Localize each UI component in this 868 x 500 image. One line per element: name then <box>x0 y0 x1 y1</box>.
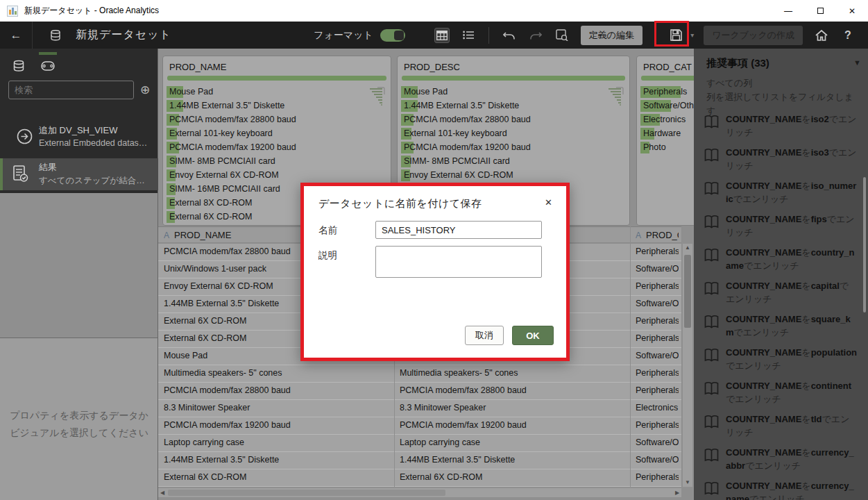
recommendation-item[interactable]: COUNTRY_NAMEをiso2でエンリッチ <box>694 112 860 146</box>
add-step-circle-arrow-icon <box>17 128 33 147</box>
scroll-right-arrow-icon[interactable]: ▶ <box>673 488 681 497</box>
quality-value-row[interactable]: Mouse Pad <box>398 85 629 99</box>
edit-definition-button[interactable]: 定義の編集 <box>581 26 643 45</box>
quality-value-row[interactable]: 1.44MB External 3.5" Diskette <box>163 99 391 113</box>
undo-icon[interactable] <box>502 28 517 43</box>
dataset-name-field[interactable] <box>375 221 542 239</box>
recommendation-item[interactable]: COUNTRY_NAMEをcapitalでエンリッチ <box>694 279 860 312</box>
recommendations-panel: 推奨事項 (33) ▼ すべての列 列を選択してリストをフィルタします COUN… <box>694 49 868 500</box>
recommendations-list: COUNTRY_NAMEをiso2でエンリッチCOUNTRY_NAMEをiso3… <box>694 112 860 500</box>
sidebar-item-add-dv-sh-view[interactable]: 追加 DV_SH_VIEW External Embedded datas… <box>0 122 158 153</box>
quality-value-row[interactable]: PCMCIA modem/fax 19200 baud <box>398 141 629 155</box>
recommendation-label: COUNTRY_NAMEをcapitalでエンリッチ <box>726 279 858 306</box>
dataset-description-field[interactable] <box>375 246 542 278</box>
cancel-button[interactable]: 取消 <box>465 326 504 345</box>
quality-value-row[interactable]: External 101-key keyboard <box>398 127 629 141</box>
quality-value-label: 1.44MB External 3.5" Diskette <box>169 101 284 110</box>
recommendation-item[interactable]: COUNTRY_NAMEをcurrency_abbrでエンリッチ <box>694 446 860 479</box>
minimize-button[interactable]: — <box>772 0 804 22</box>
quality-value-row[interactable]: Software/Other <box>637 99 694 113</box>
quality-value-row[interactable]: PCMCIA modem/fax 19200 baud <box>163 141 391 155</box>
table-cell-cat: Peripherals <box>636 316 679 326</box>
table-row[interactable]: PCMCIA modem/fax 28800 baudPCMCIA modem/… <box>158 383 681 400</box>
recommendation-item[interactable]: COUNTRY_NAMEをcurrency_nameでエンリッチ <box>694 479 860 500</box>
scroll-up-arrow-icon[interactable]: ▲ <box>683 244 692 252</box>
quality-value-row[interactable]: Envoy External 6X CD-ROM <box>163 169 391 183</box>
quality-value-label: Software/Other <box>643 101 694 110</box>
quality-value-row[interactable]: 1.44MB External 3.5" Diskette <box>398 99 629 113</box>
format-toggle[interactable] <box>380 29 405 42</box>
properties-panel: プロパティを表示するデータかビジュアルを選択してください <box>0 339 158 500</box>
recommendation-item[interactable]: COUNTRY_NAMEをpopulationでエンリッチ <box>694 346 860 379</box>
recommendation-item[interactable]: COUNTRY_NAMEをfipsでエンリッチ <box>694 212 860 246</box>
quality-value-row[interactable]: Hardware <box>637 127 694 141</box>
recommendation-label: COUNTRY_NAMEをiso2でエンリッチ <box>726 112 858 139</box>
quality-value-row[interactable]: Mouse Pad <box>163 85 391 99</box>
recommendation-item[interactable]: COUNTRY_NAMEをcontinentでエンリッチ <box>694 379 860 412</box>
quality-value-row[interactable]: Peripherals <box>637 85 694 99</box>
recommendations-collapse-caret-icon[interactable]: ▼ <box>853 58 861 67</box>
table-vertical-scrollbar[interactable]: ▲ ▼ <box>683 244 692 487</box>
quality-value-row[interactable]: Electronics <box>637 113 694 127</box>
quality-value-label: PCMCIA modem/fax 28800 baud <box>404 115 531 124</box>
recommendation-item[interactable]: COUNTRY_NAMEをcountry_nameでエンリッチ <box>694 246 860 279</box>
quality-value-label: Hardware <box>643 128 681 138</box>
add-step-icon[interactable]: ⊕ <box>140 83 150 97</box>
ok-button[interactable]: OK <box>512 326 554 345</box>
text-type-icon: A <box>636 231 641 240</box>
table-cell-cat: Software/Other <box>636 455 679 465</box>
redo-icon[interactable] <box>528 28 543 43</box>
search-input[interactable] <box>8 81 134 99</box>
scroll-left-arrow-icon[interactable]: ◀ <box>158 488 167 497</box>
table-row[interactable]: External 6X CD-ROMExternal 6X CD-ROMPeri… <box>158 469 681 487</box>
home-icon[interactable] <box>814 28 829 43</box>
grid-view-button[interactable] <box>434 28 450 43</box>
maximize-button[interactable] <box>804 0 836 22</box>
help-icon[interactable]: ? <box>840 28 856 43</box>
table-row[interactable]: 8.3 Minitower Speaker8.3 Minitower Speak… <box>158 400 681 417</box>
tab-diagram[interactable] <box>39 57 57 75</box>
recommendation-label: COUNTRY_NAMEをsquare_kmでエンリッチ <box>726 312 858 339</box>
sidebar-item-result[interactable]: 結果 すべてのステップが結合… <box>0 158 158 190</box>
table-row[interactable]: 1.44MB External 3.5" Diskette1.44MB Exte… <box>158 452 681 469</box>
quality-value-row[interactable]: PCMCIA modem/fax 28800 baud <box>163 113 391 127</box>
quality-value-row[interactable]: SIMM- 8MB PCMCIAII card <box>398 155 629 169</box>
list-view-button[interactable] <box>461 28 476 43</box>
dialog-close-icon[interactable]: ✕ <box>545 197 552 208</box>
table-cell-cat: Software/Other <box>636 299 679 308</box>
table-header-prod-cat[interactable]: APROD_CAT <box>636 230 679 240</box>
quality-value-row[interactable]: PCMCIA modem/fax 28800 baud <box>398 113 629 127</box>
recommendations-scrollbar[interactable] <box>863 177 866 312</box>
close-button[interactable]: ✕ <box>836 0 868 22</box>
quality-value-row[interactable]: Envoy External 6X CD-ROM <box>398 169 629 183</box>
vertical-scroll-thumb[interactable] <box>684 255 691 328</box>
recommendation-label: COUNTRY_NAMEをcontinentでエンリッチ <box>726 379 858 406</box>
knowledge-book-icon <box>704 148 720 165</box>
table-cell-desc: 8.3 Minitower Speaker <box>400 403 625 412</box>
recommendation-item[interactable]: COUNTRY_NAMEをiso3でエンリッチ <box>694 146 860 179</box>
quality-value-row[interactable]: Photo <box>637 141 694 155</box>
table-row[interactable]: Laptop carrying caseLaptop carrying case… <box>158 435 681 452</box>
table-row[interactable]: PCMCIA modem/fax 19200 baudPCMCIA modem/… <box>158 417 681 435</box>
recommendation-item[interactable]: COUNTRY_NAMEをsquare_kmでエンリッチ <box>694 312 860 346</box>
recommendation-item[interactable]: COUNTRY_NAMEをiso_numericでエンリッチ <box>694 179 860 212</box>
table-cell-cat: Peripherals <box>636 281 679 291</box>
table-row[interactable]: Multimedia speakers- 5" conesMultimedia … <box>158 365 681 383</box>
recommendations-subtitle-line1: すべての列 <box>706 76 859 90</box>
filter-funnel-icon[interactable] <box>368 87 385 108</box>
quality-value-row[interactable]: SIMM- 8MB PCMCIAII card <box>163 155 391 169</box>
scroll-down-arrow-icon[interactable]: ▼ <box>683 478 692 487</box>
tab-data[interactable] <box>10 57 28 75</box>
quality-value-row[interactable]: External 101-key keyboard <box>163 127 391 141</box>
table-horizontal-scrollbar[interactable]: ◀ ▶ <box>158 488 681 497</box>
table-cell-cat: Software/Other <box>636 264 679 274</box>
table-cell-desc: PCMCIA modem/fax 28800 baud <box>400 385 625 395</box>
recommendation-item[interactable]: COUNTRY_NAMEをtldでエンリッチ <box>694 412 860 446</box>
quality-value-label: External 101-key keyboard <box>169 128 273 138</box>
save-caret-icon[interactable]: ▾ <box>690 31 694 39</box>
back-button[interactable]: ← <box>0 28 32 42</box>
table-cell-name: External 6X CD-ROM <box>164 472 389 482</box>
filter-funnel-icon[interactable] <box>607 87 624 108</box>
inspect-icon[interactable] <box>554 28 570 43</box>
horizontal-scroll-thumb[interactable] <box>168 490 445 496</box>
